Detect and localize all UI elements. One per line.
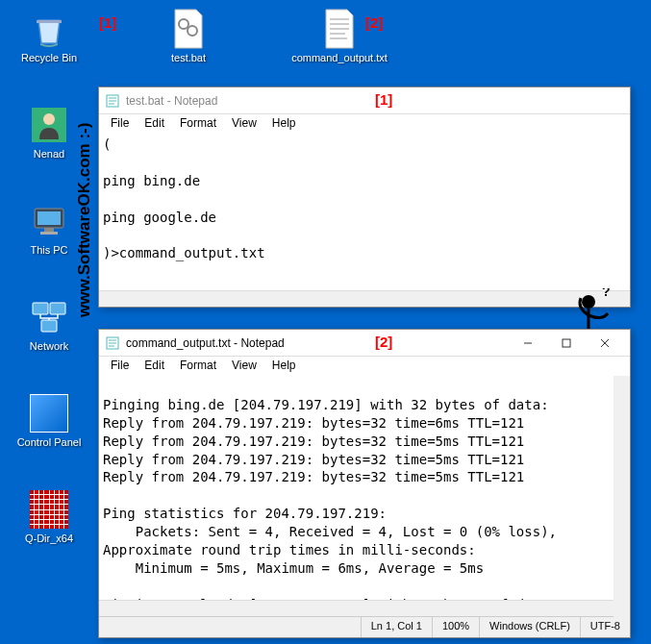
annotation-1-window: [1] (375, 91, 392, 108)
menu-edit[interactable]: Edit (137, 114, 172, 134)
svg-rect-3 (38, 211, 61, 225)
notepad-window-output[interactable]: command_output.txt - Notepad File Edit F… (98, 329, 631, 638)
icon-label: This PC (30, 244, 67, 257)
menu-file[interactable]: File (103, 114, 137, 134)
maximize-button[interactable] (547, 331, 586, 356)
svg-point-20 (582, 295, 595, 309)
svg-rect-6 (33, 303, 48, 314)
text-content[interactable]: Pinging bing.de [204.79.197.219] with 32… (99, 376, 630, 600)
bat-file-icon (167, 8, 210, 50)
network-icon (28, 296, 70, 338)
scrollbar-horizontal[interactable] (99, 600, 630, 616)
svg-text:?: ? (602, 288, 611, 299)
icon-label: command_output.txt (291, 52, 388, 64)
menu-edit[interactable]: Edit (137, 357, 172, 376)
desktop-icon-recycle-bin[interactable]: Recycle Bin (14, 8, 84, 64)
menu-help[interactable]: Help (264, 357, 304, 376)
window-title: command_output.txt - Notepad (126, 336, 509, 350)
svg-point-1 (43, 113, 55, 125)
svg-rect-4 (44, 228, 54, 232)
icon-label: Recycle Bin (21, 52, 77, 64)
menu-help[interactable]: Help (264, 114, 304, 134)
icon-label: Control Panel (17, 436, 82, 449)
svg-rect-5 (40, 232, 58, 235)
notepad-icon (105, 335, 120, 351)
minimize-button[interactable] (509, 331, 547, 356)
desktop-icon-control-panel[interactable]: Control Panel (14, 392, 84, 449)
notepad-window-testbat[interactable]: test.bat - Notepad File Edit Format View… (98, 87, 631, 308)
desktop-icon-nenad[interactable]: Nenad (14, 104, 84, 161)
txt-file-icon (318, 8, 361, 50)
desktop-icon-test-bat[interactable]: test.bat (154, 8, 223, 64)
titlebar[interactable]: command_output.txt - Notepad (99, 330, 630, 357)
svg-rect-7 (50, 303, 65, 314)
desktop-icon-this-pc[interactable]: This PC (14, 200, 84, 257)
annotation-1-desktop: [1] (99, 14, 116, 31)
this-pc-icon (28, 200, 70, 242)
status-zoom: 100% (432, 617, 479, 637)
notepad-icon (105, 93, 120, 109)
statusbar: Ln 1, Col 1 100% Windows (CRLF) UTF-8 (99, 616, 630, 637)
menu-view[interactable]: View (224, 114, 264, 134)
status-eol: Windows (CRLF) (479, 617, 580, 637)
text-content[interactable]: ( ping bing.de ping google.de )>command_… (99, 134, 630, 290)
menu-view[interactable]: View (224, 357, 264, 376)
icon-label: test.bat (171, 52, 206, 64)
desktop-icon-qdir[interactable]: Q-Dir_x64 (14, 488, 84, 545)
user-icon (28, 104, 70, 146)
annotation-2-window: [2] (375, 334, 392, 350)
menubar: File Edit Format View Help (99, 357, 630, 376)
control-panel-icon (28, 392, 70, 434)
icon-label: Network (30, 340, 68, 353)
scrollbar-horizontal[interactable] (99, 290, 630, 307)
annotation-2-desktop: [2] (365, 14, 383, 31)
status-position: Ln 1, Col 1 (361, 617, 432, 637)
qdir-icon (28, 488, 70, 531)
recycle-bin-icon (28, 8, 70, 50)
watermark-side: www.SoftwareOK.com :-) (75, 123, 94, 317)
desktop-icon-network[interactable]: Network (14, 296, 84, 353)
svg-rect-32 (563, 339, 570, 347)
icon-label: Q-Dir_x64 (25, 533, 73, 545)
close-button[interactable] (586, 331, 624, 356)
menu-format[interactable]: Format (172, 114, 224, 134)
menu-format[interactable]: Format (172, 357, 224, 376)
menubar: File Edit Format View Help (99, 114, 630, 134)
icon-label: Nenad (34, 148, 64, 161)
menu-file[interactable]: File (103, 357, 137, 376)
scrollbar-vertical[interactable] (613, 376, 630, 621)
titlebar[interactable]: test.bat - Notepad (99, 87, 630, 114)
svg-rect-8 (41, 320, 57, 332)
